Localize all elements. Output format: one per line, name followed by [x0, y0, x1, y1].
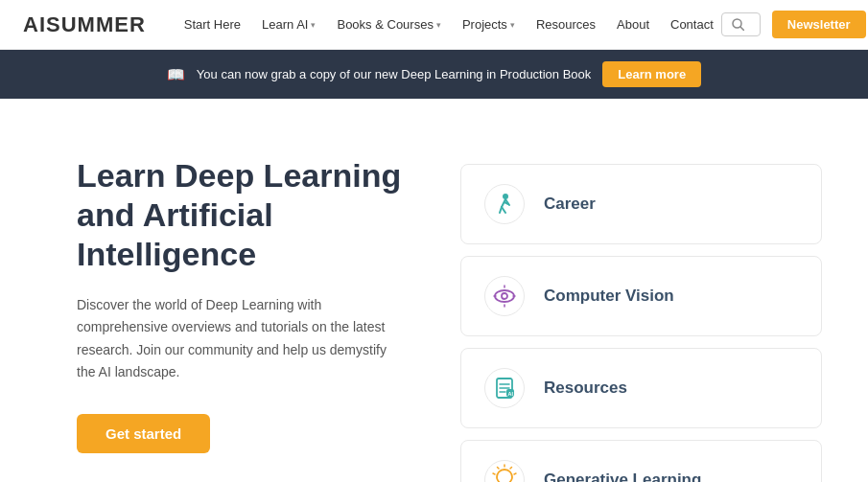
svg-line-29 [498, 468, 500, 470]
svg-line-1 [740, 27, 744, 31]
svg-point-10 [495, 290, 514, 302]
search-box[interactable] [721, 12, 761, 36]
category-cards: Career Computer Vision [460, 156, 822, 482]
announcement-bar: 📖 You can now grab a copy of our new Dee… [0, 50, 868, 99]
get-started-button[interactable]: Get started [77, 414, 210, 453]
svg-line-7 [502, 207, 505, 213]
svg-point-23 [485, 461, 525, 483]
career-icon [482, 182, 527, 226]
document-icon: AI [482, 366, 527, 410]
site-logo[interactable]: AISUMMER [23, 12, 146, 37]
nav-contact[interactable]: Contact [663, 11, 721, 37]
svg-line-30 [493, 473, 495, 474]
newsletter-button[interactable]: Newsletter [772, 11, 866, 38]
nav-projects[interactable]: Projects ▾ [455, 11, 523, 37]
logo-summer: SUMMER [46, 12, 146, 36]
chevron-down-icon: ▾ [436, 20, 441, 30]
nav-learn-ai-label: Learn AI [262, 17, 308, 32]
nav-links: Start Here Learn AI ▾ Books & Courses ▾ … [176, 11, 721, 37]
chevron-down-icon: ▾ [311, 20, 316, 30]
svg-line-28 [514, 473, 516, 474]
svg-text:AI: AI [508, 391, 514, 397]
nav-books-courses-label: Books & Courses [337, 17, 433, 32]
svg-point-2 [485, 185, 525, 224]
card-career[interactable]: Career [460, 164, 822, 244]
book-icon: 📖 [167, 66, 185, 83]
svg-line-27 [510, 468, 512, 470]
chevron-down-icon: ▾ [510, 20, 515, 30]
card-generative-label: Generative Learning [544, 471, 701, 482]
learn-more-button[interactable]: Learn more [602, 61, 701, 87]
svg-point-11 [502, 293, 507, 299]
nav-start-here[interactable]: Start Here [176, 11, 248, 37]
nav-books-courses[interactable]: Books & Courses ▾ [329, 11, 448, 37]
announcement-text: You can now grab a copy of our new Deep … [197, 67, 591, 81]
nav-projects-label: Projects [462, 17, 507, 32]
hero-section: Learn Deep Learning and Artificial Intel… [0, 99, 868, 482]
lightbulb-icon [482, 458, 527, 482]
search-icon [732, 18, 744, 31]
card-generative-learning[interactable]: Generative Learning [460, 440, 822, 482]
logo-ai: AI [23, 12, 46, 36]
card-career-label: Career [544, 195, 596, 214]
card-cv-label: Computer Vision [544, 287, 674, 306]
navbar: AISUMMER Start Here Learn AI ▾ Books & C… [0, 0, 868, 50]
card-computer-vision[interactable]: Computer Vision [460, 256, 822, 336]
nav-resources[interactable]: Resources [528, 11, 603, 37]
eye-icon [482, 274, 527, 318]
nav-about[interactable]: About [609, 11, 657, 37]
hero-left: Learn Deep Learning and Artificial Intel… [77, 156, 403, 453]
hero-title: Learn Deep Learning and Artificial Intel… [77, 156, 403, 273]
nav-learn-ai[interactable]: Learn AI ▾ [254, 11, 323, 37]
hero-description: Discover the world of Deep Learning with… [77, 294, 403, 382]
card-resources-label: Resources [544, 379, 627, 398]
card-resources[interactable]: AI Resources [460, 348, 822, 428]
svg-point-9 [485, 277, 525, 316]
